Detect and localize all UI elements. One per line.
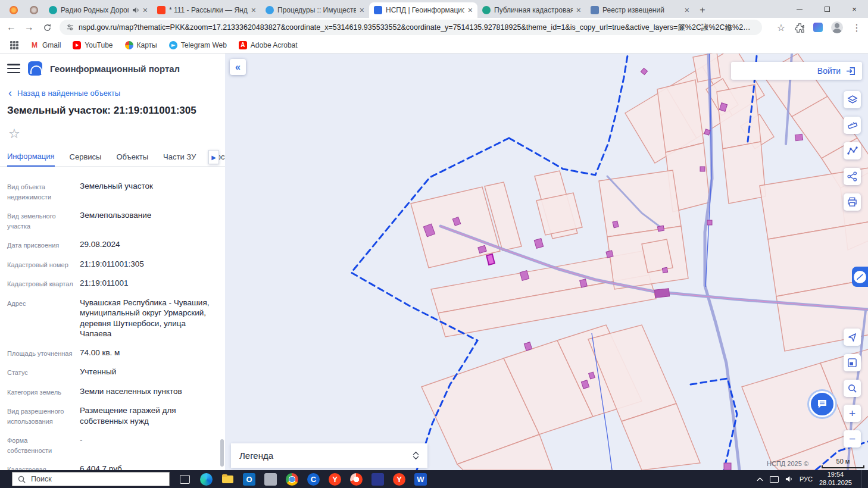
back-icon[interactable]: ← [6,22,17,33]
menu-icon[interactable] [7,64,20,73]
yandex-icon[interactable]: Y [329,473,341,486]
tab-close-icon[interactable]: × [576,6,581,14]
locate-icon[interactable] [844,329,861,346]
tab-close-icon[interactable]: × [251,6,256,14]
extensions-puzzle-icon[interactable] [795,23,805,33]
tab-parcel-parts[interactable]: Части ЗУ [163,152,196,166]
draw-tool-button[interactable] [852,267,868,287]
chrome-icon[interactable] [286,473,298,486]
bookmarks-bar: Gmail YouTube Карты Telegram Web Adobe A… [0,37,868,54]
yandex-icon-2[interactable]: Y [393,473,405,486]
chat-button[interactable] [809,391,835,417]
site-settings-icon[interactable] [67,23,74,32]
search-icon [18,476,26,483]
tab-radio[interactable]: Радио Родных Дорог случ × [44,2,152,18]
task-view-icon[interactable] [179,473,191,486]
volume-icon[interactable] [785,476,793,483]
share-icon[interactable] [844,168,861,185]
ruler-icon[interactable] [844,117,861,134]
search-area-icon[interactable] [844,380,861,397]
favorite-row: ☆ [8,127,218,142]
bookmark-label: Telegram Web [181,41,227,49]
attribute-row: Вид объекта недвижимостиЗемельный участо… [7,181,219,202]
tab-yandex-mail[interactable]: * 111 - Рассылки — Яндекс По × [152,2,261,18]
back-to-results-link[interactable]: ‹ Назад в найденные объекты [8,87,218,99]
print-icon[interactable] [844,193,861,211]
tab-procedures[interactable]: Процедуры :: Имущественны × [261,2,369,18]
attr-label: Вид объекта недвижимости [7,181,74,202]
zoom-controls: + − [844,405,861,448]
measure-area-icon[interactable] [844,142,861,159]
pinned-tab-2[interactable] [24,2,44,18]
attribute-row: Кадастровая стоимость6 404,7 руб. [7,464,219,470]
attr-label: Кадастровый квартал [7,278,74,289]
restore-button[interactable] [813,0,841,18]
tab-close-icon[interactable]: × [360,6,364,14]
bookmark-gmail[interactable]: Gmail [25,39,66,51]
scale-line [822,465,864,468]
tab-title: Радио Родных Дорог случ [61,6,129,14]
word-icon[interactable]: W [414,473,427,486]
bookmark-acrobat[interactable]: Adobe Acrobat [233,39,303,51]
addressbar-actions: ☆ ⋮ [776,21,862,33]
pinned-tab-1[interactable] [4,2,24,18]
tab-favicon [374,6,382,14]
tab-registry[interactable]: Реестр извещений × [586,2,694,18]
legend-panel[interactable]: Легенда [231,443,427,468]
taskbar-search[interactable]: Поиск [12,472,170,486]
tab-title: * 111 - Рассылки — Яндекс По [169,6,248,14]
attr-value: 74.00 кв. м [80,348,120,359]
layers-icon[interactable] [844,91,861,108]
minimize-button[interactable] [786,0,813,18]
attr-value: 29.08.2024 [80,239,120,251]
yandex-browser-icon[interactable] [350,473,363,486]
zoom-in-button[interactable]: + [844,405,861,422]
show-desktop-button[interactable] [861,470,863,488]
login-bar[interactable]: Войти [731,62,862,80]
refresh-icon[interactable] [42,22,52,33]
language-indicator[interactable]: РУС [800,476,813,483]
tabs-scroll-right-button[interactable]: ▶ [208,150,219,164]
new-tab-button[interactable]: + [694,2,711,18]
bookmark-youtube[interactable]: YouTube [67,39,118,51]
close-button[interactable]: × [841,0,868,18]
tray-expand-icon[interactable] [757,477,763,481]
basemap-icon[interactable] [844,354,861,371]
bookmark-maps[interactable]: Карты [120,39,163,51]
tab-information[interactable]: Информация [7,152,55,167]
extension-icon[interactable] [813,23,823,32]
attribute-row: АдресЧувашская Республика - Чувашия, мун… [7,298,219,339]
c-app-icon[interactable]: C [307,473,320,486]
omnibox[interactable]: nspd.gov.ru/map?thematic=PKK&zoom=17.213… [60,20,762,35]
network-icon[interactable] [770,476,779,483]
apps-grid-icon[interactable] [5,39,24,51]
file-explorer-icon[interactable] [221,473,234,486]
app-icon[interactable] [264,473,277,486]
taskbar-clock[interactable]: 19:54 28.01.2025 [819,471,852,487]
favorite-star-icon[interactable]: ☆ [8,126,20,141]
telegram-icon [169,41,177,49]
bookmark-telegram[interactable]: Telegram Web [164,39,232,51]
outlook-icon[interactable]: O [243,473,255,486]
tab-pkk[interactable]: Публичная кадастровая карта × [477,2,586,18]
browser-menu-icon[interactable]: ⋮ [851,22,862,33]
tab-objects[interactable]: Объекты [116,152,148,166]
tab-nspd-active[interactable]: НСПД | Геоинформационный × [369,2,477,18]
bookmark-label: YouTube [85,41,113,49]
tab-services[interactable]: Сервисы [70,152,102,166]
clock-date: 28.01.2025 [819,479,852,486]
bookmark-star-icon[interactable]: ☆ [776,22,786,33]
tab-close-icon[interactable]: × [468,6,473,14]
forward-icon[interactable]: → [24,22,35,33]
tab-audio-icon[interactable] [132,7,139,14]
legend-toggle-icon[interactable] [413,451,419,460]
cadastral-map[interactable]: « Войти + − Легенда [225,54,868,470]
app-icon-dark[interactable] [371,473,384,486]
edge-icon[interactable] [200,473,213,486]
tab-close-icon[interactable]: × [685,6,689,14]
panel-scrollbar[interactable] [220,439,224,467]
tab-close-icon[interactable]: × [143,6,148,14]
panel-collapse-button[interactable]: « [230,59,246,75]
zoom-out-button[interactable]: − [844,430,861,448]
profile-avatar[interactable] [831,21,843,33]
